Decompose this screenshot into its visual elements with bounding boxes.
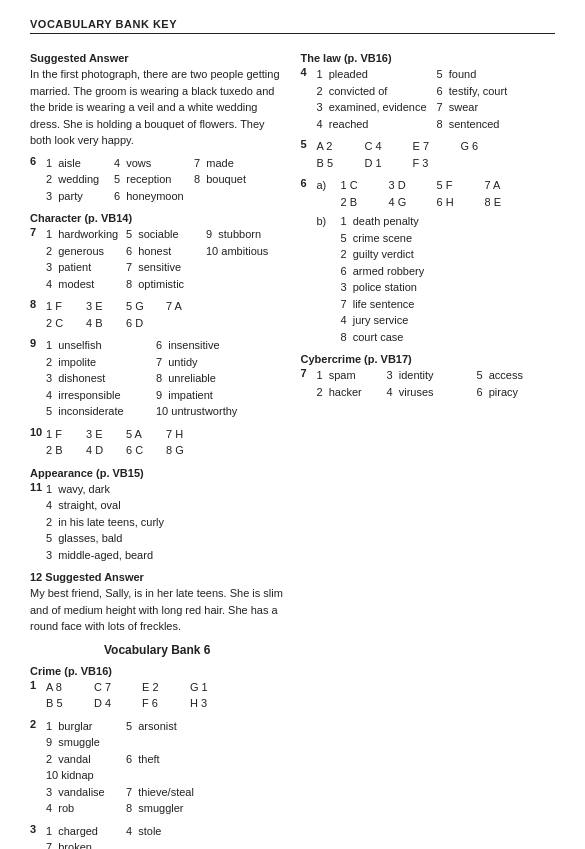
law-ex6a-content: a) 1 C 3 D 5 F 7 A 2 B 4 G 6 H	[317, 177, 556, 345]
cyber-ex7-content: 1 spam 3 identity 5 access 2 hacker 4 vi…	[317, 367, 556, 400]
crime-ex2: 2 1 burglar 5 arsonist 9 smuggle 2 vanda…	[30, 718, 285, 817]
law-ex4: 4 1 pleaded 5 found 2 convicted of 6 tes…	[301, 66, 556, 132]
page-header: VOCABULARY BANK KEY	[30, 18, 555, 34]
ex9-num: 9	[30, 337, 46, 349]
right-column: The law (p. VB16) 4 1 pleaded 5 found 2 …	[301, 44, 556, 849]
ex8-content: 1 F 3 E 5 G 7 A 2 C 4 B 6 D	[46, 298, 285, 331]
exercise-8: 8 1 F 3 E 5 G 7 A 2 C 4 B 6 D	[30, 298, 285, 331]
crime-ex2-content: 1 burglar 5 arsonist 9 smuggle 2 vandal …	[46, 718, 285, 817]
crime-heading: Crime (p. VB16)	[30, 665, 285, 677]
exercise-6: 6 1 aisle 4 vows 7 made 2 wedding 5 rece…	[30, 155, 285, 205]
vocab-bank-heading: Vocabulary Bank 6	[30, 643, 285, 657]
exercise-7: 7 1 hardworking 5 sociable 9 stubborn 2 …	[30, 226, 285, 292]
char-heading: Character (p. VB14)	[30, 212, 285, 224]
cyber-ex7-num: 7	[301, 367, 317, 379]
exercise-9: 9 1 unselfish 6 insensitive 2 impolite 7…	[30, 337, 285, 420]
crime-ex1: 1 A 8 C 7 E 2 G 1 B 5 D 4 F 6 H 3	[30, 679, 285, 712]
cyber-ex7: 7 1 spam 3 identity 5 access 2 hacker 4 …	[301, 367, 556, 400]
ex11-content: 1 wavy, dark 4 straight, oval 2 in his l…	[46, 481, 285, 564]
exercise-10: 10 1 F 3 E 5 A 7 H 2 B 4 D 6 C 8 G	[30, 426, 285, 459]
ex8-num: 8	[30, 298, 46, 310]
ex12-text: My best friend, Sally, is in her late te…	[30, 585, 285, 635]
ex9-content: 1 unselfish 6 insensitive 2 impolite 7 u…	[46, 337, 285, 420]
law-ex4-num: 4	[301, 66, 317, 78]
ex10-content: 1 F 3 E 5 A 7 H 2 B 4 D 6 C 8 G	[46, 426, 285, 459]
law-ex5: 5 A 2 C 4 E 7 G 6 B 5 D 1 F 3	[301, 138, 556, 171]
suggested-answer-heading: Suggested Answer	[30, 52, 285, 64]
ex11-num: 11	[30, 481, 46, 493]
appear-heading: Appearance (p. VB15)	[30, 467, 285, 479]
law-heading: The law (p. VB16)	[301, 52, 556, 64]
ex10-num: 10	[30, 426, 46, 438]
exercise-12: 12 Suggested Answer My best friend, Sall…	[30, 571, 285, 635]
law-ex5-num: 5	[301, 138, 317, 150]
crime-ex1-num: 1	[30, 679, 46, 691]
crime-ex2-num: 2	[30, 718, 46, 730]
ex6-content: 1 aisle 4 vows 7 made 2 wedding 5 recept…	[46, 155, 285, 205]
law-ex6: 6 a) 1 C 3 D 5 F 7 A 2 B	[301, 177, 556, 345]
ex7-content: 1 hardworking 5 sociable 9 stubborn 2 ge…	[46, 226, 285, 292]
cyber-heading: Cybercrime (p. VB17)	[301, 353, 556, 365]
crime-ex3-content: 1 charged 4 stole 7 broken 2 robbed 5 ar…	[46, 823, 285, 850]
suggested-answer-text: In the first photograph, there are two p…	[30, 66, 285, 149]
law-ex4-content: 1 pleaded 5 found 2 convicted of 6 testi…	[317, 66, 556, 132]
ex7-num: 7	[30, 226, 46, 238]
crime-ex3: 3 1 charged 4 stole 7 broken 2 robbed 5 …	[30, 823, 285, 850]
law-ex5-content: A 2 C 4 E 7 G 6 B 5 D 1 F 3	[317, 138, 556, 171]
exercise-11: 11 1 wavy, dark 4 straight, oval 2 in hi…	[30, 481, 285, 564]
ex12-heading: 12 Suggested Answer	[30, 571, 285, 583]
ex6-num: 6	[30, 155, 46, 167]
crime-ex1-content: A 8 C 7 E 2 G 1 B 5 D 4 F 6 H 3	[46, 679, 285, 712]
left-column: Suggested Answer In the first photograph…	[30, 44, 285, 849]
law-ex6-num: 6	[301, 177, 317, 189]
crime-ex3-num: 3	[30, 823, 46, 835]
